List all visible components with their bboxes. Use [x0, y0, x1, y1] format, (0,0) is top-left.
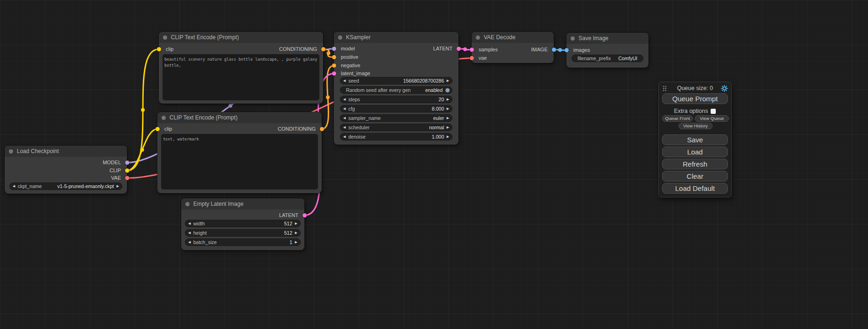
view-history-button[interactable]: View History: [678, 123, 713, 129]
view-queue-button[interactable]: View Queue: [695, 115, 729, 122]
node-clip-text-encode-negative[interactable]: CLIP Text Encode (Prompt) clip CONDITION…: [157, 112, 322, 193]
widget-seed[interactable]: ◀ seed 156680208700286 ▶: [340, 77, 452, 84]
latent-image-input-port[interactable]: [332, 71, 336, 76]
widget-cfg[interactable]: ◀ cfg 8.000 ▶: [340, 105, 452, 112]
widget-filename-prefix[interactable]: filename_prefix ComfyUI: [572, 55, 643, 62]
output-slot-vae: VAE: [111, 175, 121, 182]
menu-header: Queue size: 0: [659, 84, 731, 92]
widget-ckpt-name[interactable]: ◀ ckpt_name v1-5-pruned-emaonly.ckpt ▶: [9, 182, 122, 190]
widget-scheduler[interactable]: ◀ scheduler normal ▶: [340, 124, 452, 131]
clip-input-port[interactable]: [155, 127, 160, 131]
decrement-arrow-icon[interactable]: ◀: [343, 105, 346, 112]
decrement-arrow-icon[interactable]: ◀: [188, 230, 191, 236]
negative-prompt-textarea[interactable]: text, watermark: [161, 134, 318, 189]
node-titlebar[interactable]: Load Checkpoint: [5, 146, 127, 157]
collapse-dot-icon[interactable]: [9, 149, 13, 154]
clear-button[interactable]: Clear: [662, 171, 728, 182]
conditioning-output-port[interactable]: [321, 47, 325, 51]
queue-prompt-button[interactable]: Queue Prompt: [662, 93, 728, 104]
model-output-port[interactable]: [125, 161, 129, 165]
node-titlebar[interactable]: Empty Latent Image: [181, 198, 304, 210]
node-titlebar[interactable]: Save Image: [566, 33, 649, 44]
collapse-dot-icon[interactable]: [476, 35, 480, 40]
collapse-dot-icon[interactable]: [162, 116, 166, 120]
toggle-knob-icon[interactable]: [445, 88, 450, 92]
node-titlebar[interactable]: CLIP Text Encode (Prompt): [159, 32, 323, 43]
decrement-arrow-icon[interactable]: ◀: [188, 220, 191, 227]
model-input-port[interactable]: [332, 47, 336, 51]
node-titlebar[interactable]: CLIP Text Encode (Prompt): [157, 112, 322, 123]
settings-gear-icon[interactable]: [721, 85, 728, 92]
increment-arrow-icon[interactable]: ▶: [447, 133, 449, 140]
positive-prompt-textarea[interactable]: beautiful scenery nature glass bottle la…: [162, 54, 319, 100]
widget-height[interactable]: ◀ height 512 ▶: [185, 229, 301, 237]
widget-value: 156680208700286: [403, 77, 444, 84]
queue-front-button[interactable]: Queue Front: [662, 115, 693, 122]
node-graph-canvas[interactable]: Load Checkpoint MODEL CLIP VAE ◀ ckpt_na…: [0, 0, 868, 329]
wire-midpoint-dot: [327, 51, 331, 55]
widget-sampler-name[interactable]: ◀ sampler_name euler ▶: [340, 114, 452, 122]
output-slot-clip: CLIP: [110, 167, 121, 174]
node-clip-text-encode-positive[interactable]: CLIP Text Encode (Prompt) clip CONDITION…: [159, 32, 323, 104]
conditioning-output-port[interactable]: [320, 127, 324, 131]
widget-denoise[interactable]: ◀ denoise 1.000 ▶: [340, 133, 452, 140]
decrement-arrow-icon[interactable]: ◀: [343, 133, 346, 140]
refresh-button[interactable]: Refresh: [662, 159, 728, 169]
node-save-image[interactable]: Save Image images filename_prefix ComfyU…: [566, 33, 649, 68]
decrement-arrow-icon[interactable]: ◀: [188, 239, 191, 245]
node-vae-decode[interactable]: VAE Decode samples vae IMAGE: [472, 32, 554, 63]
collapse-dot-icon[interactable]: [185, 202, 190, 206]
widget-width[interactable]: ◀ width 512 ▶: [185, 220, 301, 227]
negative-input-port[interactable]: [332, 63, 336, 68]
image-output-port[interactable]: [552, 48, 556, 52]
extra-options-checkbox[interactable]: [711, 109, 716, 114]
increment-arrow-icon[interactable]: ▶: [447, 115, 449, 121]
increment-arrow-icon[interactable]: ▶: [295, 230, 297, 236]
node-load-checkpoint[interactable]: Load Checkpoint MODEL CLIP VAE ◀ ckpt_na…: [5, 146, 127, 194]
node-ksampler[interactable]: KSampler model positive negative latent_…: [334, 32, 459, 145]
collapse-dot-icon[interactable]: [163, 35, 167, 40]
increment-arrow-icon[interactable]: ▶: [295, 220, 297, 227]
clip-input-port[interactable]: [157, 47, 161, 51]
widget-name: Random seed after every gen: [346, 87, 410, 93]
samples-input-port[interactable]: [470, 48, 474, 52]
widget-random-seed-toggle[interactable]: Random seed after every gen enabled: [340, 86, 452, 94]
widget-value: 8.000: [432, 105, 444, 112]
increment-arrow-icon[interactable]: ▶: [447, 124, 449, 131]
node-title: Save Image: [579, 33, 608, 44]
vae-input-port[interactable]: [470, 56, 474, 60]
decrement-arrow-icon[interactable]: ◀: [343, 77, 346, 84]
collapse-dot-icon[interactable]: [571, 36, 575, 41]
input-slot-images: images: [573, 47, 590, 54]
widget-name: batch_size: [193, 239, 217, 245]
widget-value: v1-5-pruned-emaonly.ckpt: [57, 183, 114, 189]
latent-output-port[interactable]: [303, 213, 307, 217]
save-button[interactable]: Save: [662, 134, 728, 145]
widget-batch-size[interactable]: ◀ batch_size 1 ▶: [185, 238, 301, 246]
latent-output-port[interactable]: [457, 47, 461, 51]
decrement-arrow-icon[interactable]: ◀: [343, 124, 346, 131]
extra-options-label: Extra options: [674, 108, 708, 114]
collapse-dot-icon[interactable]: [338, 35, 342, 40]
node-titlebar[interactable]: VAE Decode: [472, 32, 554, 43]
load-button[interactable]: Load: [662, 147, 728, 157]
node-titlebar[interactable]: KSampler: [334, 32, 459, 43]
decrement-arrow-icon[interactable]: ◀: [343, 96, 346, 103]
load-default-button[interactable]: Load Default: [662, 183, 728, 194]
increment-arrow-icon[interactable]: ▶: [117, 183, 119, 189]
widget-value: 20: [438, 96, 444, 103]
decrement-arrow-icon[interactable]: ◀: [343, 115, 346, 121]
increment-arrow-icon[interactable]: ▶: [447, 77, 449, 84]
node-empty-latent-image[interactable]: Empty Latent Image LATENT ◀ width 512 ▶ …: [181, 198, 304, 250]
increment-arrow-icon[interactable]: ▶: [447, 105, 449, 112]
positive-input-port[interactable]: [332, 55, 336, 59]
increment-arrow-icon[interactable]: ▶: [295, 239, 297, 245]
increment-arrow-icon[interactable]: ▶: [447, 96, 449, 103]
input-slot-negative: negative: [341, 62, 360, 69]
wire-midpoint-dot: [141, 148, 144, 152]
images-input-port[interactable]: [565, 48, 569, 52]
clip-output-port[interactable]: [125, 168, 129, 173]
widget-steps[interactable]: ◀ steps 20 ▶: [340, 96, 452, 103]
vae-output-port[interactable]: [125, 176, 129, 180]
decrement-arrow-icon[interactable]: ◀: [13, 183, 15, 189]
